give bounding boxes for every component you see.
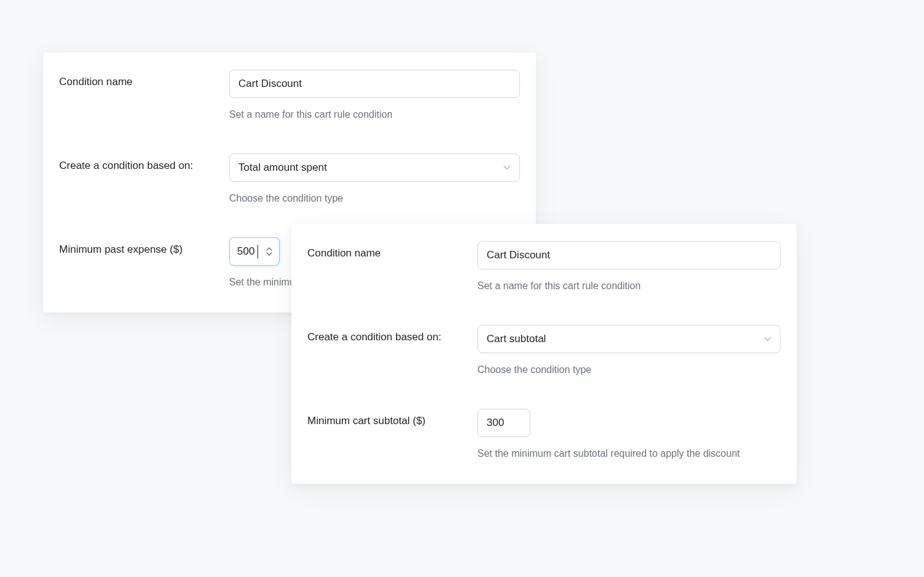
label-col: Condition name (307, 241, 477, 260)
condition-name-helper: Set a name for this cart rule condition (477, 280, 780, 292)
min-subtotal-helper: Set the minimum cart subtotal required t… (477, 448, 780, 459)
condition-name-helper: Set a name for this cart rule condition (229, 109, 520, 120)
min-subtotal-input[interactable] (477, 409, 530, 437)
field-col: Total amount spent Choose the condition … (229, 153, 520, 204)
condition-basis-select[interactable]: Cart subtotal (477, 325, 780, 353)
label-col: Create a condition based on: (59, 153, 229, 172)
min-expense-label: Minimum past expense ($) (59, 243, 182, 255)
field-row-condition-name: Condition name Set a name for this cart … (307, 241, 780, 292)
condition-form-card-cart-subtotal: Condition name Set a name for this cart … (291, 224, 796, 484)
condition-basis-select[interactable]: Total amount spent (229, 153, 520, 182)
condition-name-label: Condition name (59, 76, 132, 88)
condition-basis-selected: Cart subtotal (477, 325, 780, 353)
select-value-text: Cart subtotal (487, 333, 546, 345)
field-col: Cart subtotal Choose the condition type (477, 325, 780, 375)
field-col: Set a name for this cart rule condition (229, 70, 520, 120)
condition-basis-helper: Choose the condition type (229, 193, 520, 204)
min-subtotal-input-wrap (477, 409, 530, 437)
condition-name-input[interactable] (477, 241, 780, 269)
number-stepper-icon[interactable] (266, 244, 276, 259)
text-cursor (257, 245, 258, 258)
min-subtotal-label: Minimum cart subtotal ($) (307, 415, 426, 427)
condition-basis-selected: Total amount spent (229, 153, 520, 182)
field-col: Set a name for this cart rule condition (477, 241, 780, 292)
label-col: Minimum past expense ($) (59, 237, 229, 256)
label-col: Create a condition based on: (307, 325, 477, 343)
label-col: Condition name (59, 70, 229, 88)
field-row-condition-basis: Create a condition based on: Total amoun… (59, 153, 520, 204)
condition-basis-label: Create a condition based on: (307, 331, 441, 343)
min-expense-input-wrap (229, 237, 280, 266)
field-row-condition-name: Condition name Set a name for this cart … (59, 70, 520, 120)
condition-name-input[interactable] (229, 70, 520, 98)
field-row-min-subtotal: Minimum cart subtotal ($) Set the minimu… (307, 409, 780, 459)
condition-basis-label: Create a condition based on: (59, 160, 193, 171)
label-col: Minimum cart subtotal ($) (307, 409, 477, 427)
select-value-text: Total amount spent (238, 162, 327, 174)
field-col: Set the minimum cart subtotal required t… (477, 409, 780, 459)
field-row-condition-basis: Create a condition based on: Cart subtot… (307, 325, 780, 375)
condition-basis-helper: Choose the condition type (477, 364, 780, 375)
condition-name-label: Condition name (307, 247, 381, 259)
